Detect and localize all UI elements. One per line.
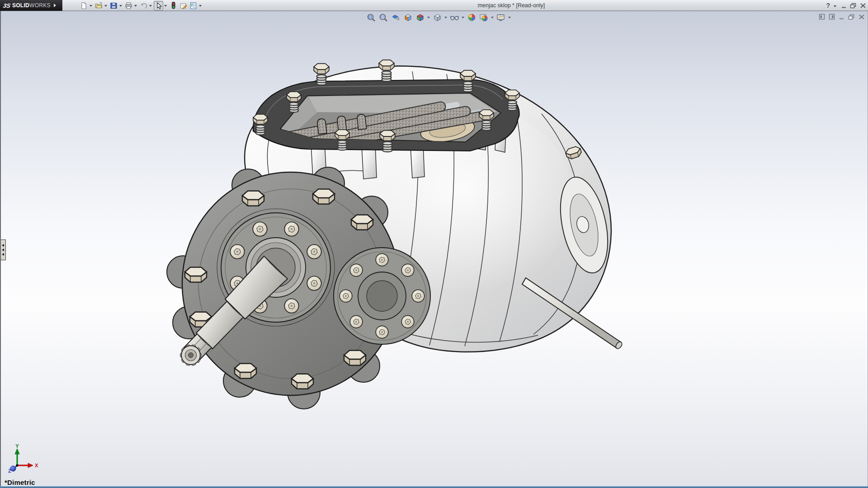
triad-origin [16,464,19,467]
title-bar: 3S SOLID WORKS [0,0,868,11]
document-title: menjac sklop * [Read-only] [209,0,814,11]
apply-scene-button[interactable] [479,13,489,22]
dropdown-caret[interactable] [134,5,137,8]
dropdown-caret[interactable] [164,5,167,8]
document-restore-button[interactable] [848,14,855,20]
zoom-to-fit-button[interactable] [366,13,376,22]
previous-view-button[interactable] [391,13,401,22]
x-axis-label: X [35,463,38,468]
dropdown-caret[interactable] [508,17,511,20]
orientation-triad: Y X Z [2,444,40,476]
minimize-button[interactable] [841,3,847,9]
options-checklist-icon [189,2,197,9]
dropdown-caret[interactable] [90,5,92,8]
y-arrowhead [15,449,19,454]
rebuild-traffic-light-icon [170,1,177,9]
select-button[interactable] [154,1,163,10]
new-document-button[interactable] [79,1,89,10]
window-frame-left [0,11,1,486]
document-window-controls [819,14,865,20]
comment-annotation-icon [179,2,188,9]
save-button[interactable] [109,1,118,10]
edit-appearance-button[interactable] [467,13,476,22]
view-orientation-icon [416,13,425,22]
dropdown-caret[interactable] [199,5,202,8]
close-button[interactable] [860,3,866,9]
open-icon [95,2,103,9]
new-document-icon [80,2,88,9]
logo-brand-bold: SOLID [12,2,29,9]
view-orientation-label: *Dimetric [5,479,35,486]
expand-pane-arrow-icon [2,244,4,247]
print-button[interactable] [124,1,133,10]
help-dropdown-caret[interactable] [834,5,836,9]
select-cursor-icon [155,2,162,9]
dropdown-caret[interactable] [427,17,430,20]
hide-show-items-button[interactable] [449,13,459,22]
document-close-button[interactable] [859,14,865,20]
zoom-to-area-icon [379,13,388,22]
zoom-to-area-button[interactable] [378,13,388,22]
view-orientation-button[interactable] [415,13,425,22]
expand-pane-arrow-icon [2,253,4,256]
hide-show-items-icon [450,13,459,22]
edit-appearance-icon [467,13,476,22]
heads-up-toolbar [366,13,511,22]
zoom-to-fit-icon [367,13,376,22]
dropdown-caret[interactable] [462,17,464,20]
main-toolbar [79,0,203,11]
logo-brand-light: WORKS [29,2,51,9]
display-style-icon [433,13,442,22]
section-view-icon [404,13,412,22]
help-button[interactable]: ? [826,0,830,11]
options-button[interactable] [189,1,198,10]
graphics-area[interactable]: Y X Z *Dimetric [0,11,868,486]
dropdown-caret[interactable] [119,5,122,8]
x-arrowhead [28,463,33,468]
dropdown-caret[interactable] [444,17,447,20]
window-controls: ? [826,0,866,11]
output-bearing-cover[interactable] [334,248,430,344]
undo-button[interactable] [139,1,148,10]
y-axis-label: Y [15,444,19,449]
dropdown-caret[interactable] [104,5,107,8]
status-bar-edge [0,486,868,488]
previous-view-icon [392,13,400,22]
comment-button[interactable] [179,1,188,10]
restore-button[interactable] [850,3,857,9]
expand-pane-arrow-icon [2,249,4,251]
document-minimize-button[interactable] [839,14,844,20]
z-axis-label: Z [8,468,11,474]
apply-scene-icon [479,13,488,22]
solidworks-logo: 3S SOLID WORKS [0,0,62,11]
view-settings-icon [496,13,505,22]
z-sphere [10,466,16,471]
solidworks-window: 3S SOLID WORKS [0,0,868,488]
logo-mark: 3S [3,2,11,9]
model-3d-view[interactable] [0,11,868,486]
section-view-button[interactable] [403,13,413,22]
dropdown-caret[interactable] [491,17,494,20]
undo-icon [140,2,148,9]
view-settings-button[interactable] [496,13,506,22]
dropdown-caret[interactable] [149,5,152,8]
save-icon [110,2,118,9]
rebuild-button[interactable] [169,1,178,10]
print-icon [125,2,132,9]
open-button[interactable] [94,1,104,10]
spline-tip[interactable] [180,344,202,366]
display-style-button[interactable] [432,13,442,22]
collapse-pane-left-button[interactable] [819,14,825,20]
collapse-pane-right-button[interactable] [829,14,835,20]
menu-flyout-arrow-icon[interactable] [54,4,56,7]
